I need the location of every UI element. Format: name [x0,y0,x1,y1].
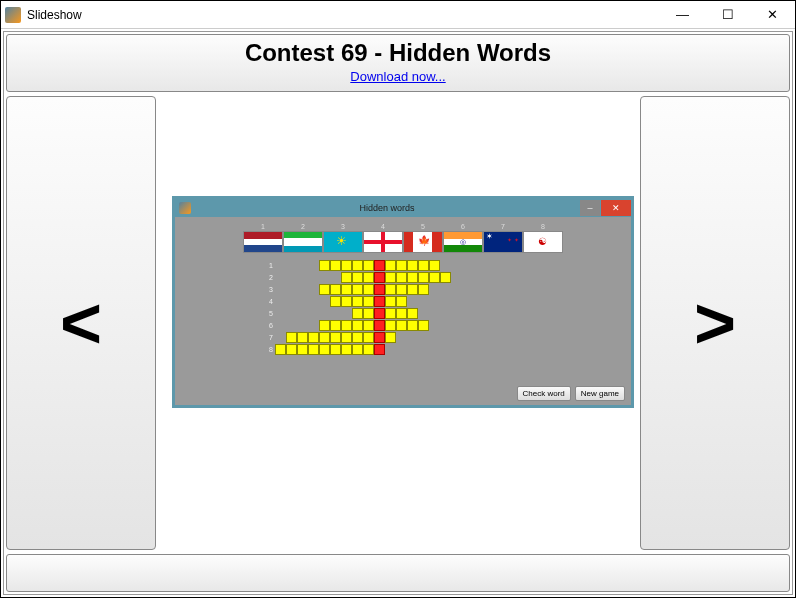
grid-cell [330,344,341,355]
grid-cell [396,284,407,295]
grid-cell [429,260,440,271]
grid-cell [341,344,352,355]
flag-icon [483,231,523,253]
grid-cell-key [374,320,385,331]
grid-cell [352,284,363,295]
prev-button[interactable]: < [6,96,156,550]
grid-cell [363,272,374,283]
grid-cell [352,308,363,319]
window-titlebar: Slideshow — ☐ ✕ [1,1,795,29]
grid-cell [385,284,396,295]
grid-cell [352,260,363,271]
grid-cell [286,344,297,355]
grid-cell [352,344,363,355]
flag-number: 1 [243,223,283,230]
grid-cell [341,272,352,283]
grid-cell [286,332,297,343]
row-number: 7 [263,334,273,341]
row-number: 6 [263,322,273,329]
grid-cell [385,320,396,331]
flag-column: 6 [443,223,483,253]
grid-cell [363,344,374,355]
grid-cell [418,284,429,295]
flag-icon [523,231,563,253]
grid-cell [275,344,286,355]
grid-cell [363,308,374,319]
flag-number: 4 [363,223,403,230]
flag-number: 5 [403,223,443,230]
minimize-button[interactable]: — [660,1,705,29]
window-controls: — ☐ ✕ [660,1,795,29]
flag-column: 4 [363,223,403,253]
grid-row: 3 [263,283,543,295]
flag-number: 3 [323,223,363,230]
flag-icon [403,231,443,253]
grid-cell [407,260,418,271]
grid-cell [297,332,308,343]
grid-cell [385,308,396,319]
grid-cell [341,296,352,307]
grid-cell [352,332,363,343]
grid-cell [429,272,440,283]
grid-cell-key [374,296,385,307]
flags-row: 12345678 [175,223,631,253]
grid-cell [418,320,429,331]
window-title: Slideshow [27,8,82,22]
row-number: 2 [263,274,273,281]
inner-titlebar: Hidden words – ✕ [175,199,631,217]
flag-column: 1 [243,223,283,253]
grid-cell [385,296,396,307]
inner-close-icon: ✕ [601,200,631,216]
grid-cell [396,272,407,283]
middle-row: < Hidden words – ✕ 12345678 12345678 Che… [6,96,790,550]
grid-cell-key [374,344,385,355]
row-number: 8 [263,346,273,353]
flag-column: 8 [523,223,563,253]
row-number: 5 [263,310,273,317]
grid-cell [363,296,374,307]
grid-cell [341,260,352,271]
flag-icon [443,231,483,253]
java-icon [5,7,21,23]
grid-cell-key [374,308,385,319]
grid-row: 7 [263,331,543,343]
grid-cell [319,320,330,331]
slide-area: Hidden words – ✕ 12345678 12345678 Check… [158,96,638,550]
flag-column: 3 [323,223,363,253]
check-word-button: Check word [517,386,571,401]
slide-screenshot: Hidden words – ✕ 12345678 12345678 Check… [172,196,634,408]
grid-cell [341,320,352,331]
grid-cell [440,272,451,283]
grid-cell [385,260,396,271]
maximize-button[interactable]: ☐ [705,1,750,29]
grid-cell [385,272,396,283]
grid-cell [330,260,341,271]
grid-cell [341,332,352,343]
grid-cell [363,332,374,343]
grid-cell [385,332,396,343]
flag-icon [323,231,363,253]
grid-cell [319,344,330,355]
grid-cell [363,284,374,295]
inner-app-icon [179,202,191,214]
flag-icon [283,231,323,253]
flag-column: 7 [483,223,523,253]
footer-panel [6,554,790,592]
grid-cell [352,272,363,283]
download-link[interactable]: Download now... [350,69,445,84]
flag-icon [243,231,283,253]
grid-cell [407,272,418,283]
row-number: 1 [263,262,273,269]
next-button[interactable]: > [640,96,790,550]
header-panel: Contest 69 - Hidden Words Download now..… [6,34,790,92]
grid-cell [308,344,319,355]
grid-cell [363,260,374,271]
grid-cell [418,272,429,283]
grid-cell [330,332,341,343]
grid-cell [396,260,407,271]
close-button[interactable]: ✕ [750,1,795,29]
grid-cell [407,320,418,331]
grid-row: 4 [263,295,543,307]
flag-number: 7 [483,223,523,230]
grid-row: 2 [263,271,543,283]
